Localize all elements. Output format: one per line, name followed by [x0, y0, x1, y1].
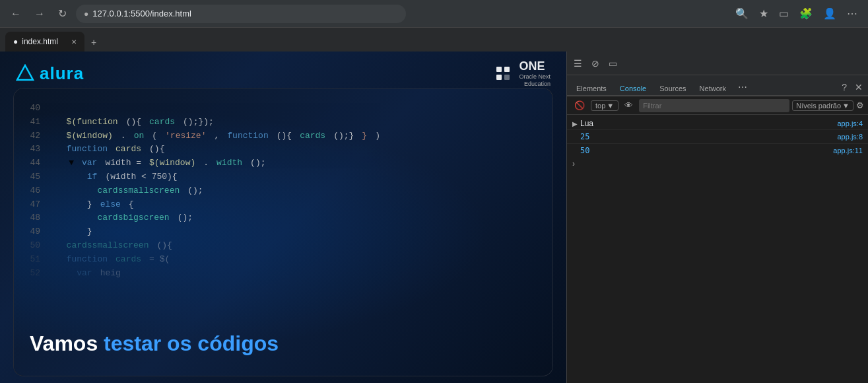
menu-button[interactable]: ⋯ — [843, 5, 861, 22]
search-browser-button[interactable]: 🔍 — [731, 5, 752, 22]
hero-text: Vamos testar os códigos — [30, 331, 279, 356]
console-value-1: 50 — [580, 146, 589, 155]
one-logo: ONE Oracle Next Education — [492, 59, 551, 88]
devtools-device-button[interactable]: ▭ — [605, 55, 621, 71]
svg-rect-1 — [496, 67, 502, 72]
group-expand-arrow[interactable]: ▶ — [572, 120, 578, 127]
tab-group-button[interactable]: ▭ — [775, 5, 793, 22]
hero-text-highlight: testar os códigos — [104, 331, 279, 355]
console-toolbar: 🚫 top ▼ 👁 Níveis padrão ▼ ⚙ — [567, 96, 868, 115]
tab-sources[interactable]: Sources — [653, 82, 692, 96]
extensions-button[interactable]: 🧩 — [795, 5, 817, 22]
console-group-name: Lua — [580, 119, 593, 128]
console-content: ▶ Lua app.js:4 25 app.js:8 50 app.js:11 … — [567, 115, 868, 383]
svg-rect-3 — [496, 75, 502, 80]
svg-rect-4 — [504, 75, 510, 80]
profile-button[interactable]: 👤 — [819, 5, 840, 22]
devtools-help-button[interactable]: ? — [839, 81, 850, 94]
console-levels-button[interactable]: Níveis padrão ▼ — [792, 100, 853, 111]
tab-elements[interactable]: Elements — [570, 82, 613, 96]
console-dropdown-arrow: ▼ — [607, 102, 614, 110]
forward-button[interactable]: → — [30, 5, 49, 22]
hero-text-before: Vamos — [30, 331, 104, 355]
one-sub-text: Oracle Next Education — [519, 73, 551, 88]
one-logo-text: ONE Oracle Next Education — [519, 59, 551, 88]
console-expand-arrow[interactable]: › — [567, 157, 868, 170]
devtools-close-area: ? ✕ — [839, 81, 865, 95]
browser-chrome: ← → ↻ ● 127.0.0.1:5500/index.html 🔍 ★ ▭ … — [0, 0, 868, 28]
tab-label: index.html — [22, 37, 58, 46]
one-logo-icon — [492, 63, 514, 84]
devtools-menu-button[interactable]: ☰ — [570, 55, 586, 71]
svg-rect-2 — [504, 67, 510, 72]
devtools-more-tabs-button[interactable]: ⋯ — [733, 79, 752, 95]
tab-console[interactable]: Console — [613, 82, 653, 96]
main-area: alura ONE Oracle Next Education — [0, 52, 868, 383]
devtools-inspect-button[interactable]: ⊘ — [587, 55, 603, 71]
console-group-file[interactable]: app.js:4 — [837, 120, 863, 127]
console-file-1[interactable]: app.js:11 — [833, 147, 863, 155]
alura-header: alura ONE Oracle Next Education — [0, 52, 566, 96]
url-display: 127.0.0.1:5500/index.html — [92, 9, 191, 18]
svg-marker-0 — [17, 65, 33, 80]
tab-close-button[interactable]: ✕ — [71, 38, 77, 46]
tab-favicon: ● — [13, 37, 18, 46]
bookmark-button[interactable]: ★ — [755, 5, 772, 22]
console-top-label: top — [595, 102, 605, 110]
console-file-0[interactable]: app.js:8 — [837, 133, 863, 141]
active-tab[interactable]: ● index.html ✕ — [5, 32, 84, 52]
devtools-panel: ☰ ⊘ ▭ Elements Console Sources Network ⋯… — [566, 52, 868, 383]
reload-button[interactable]: ↻ — [54, 5, 71, 22]
hero-container: 40 41 $(function(){cards();}); 42 $(wind… — [13, 88, 553, 376]
webpage: alura ONE Oracle Next Education — [0, 52, 566, 383]
alura-logo: alura — [16, 63, 84, 84]
console-group-header: ▶ Lua app.js:4 — [567, 118, 868, 129]
console-value-0: 25 — [580, 132, 589, 141]
address-bar[interactable]: ● 127.0.0.1:5500/index.html — [76, 5, 406, 23]
levels-label: Níveis padrão — [796, 102, 841, 110]
tab-bar: ● index.html ✕ + — [0, 28, 868, 52]
console-entry-0: 25 app.js:8 — [567, 129, 868, 143]
console-settings-button[interactable]: ⚙ — [856, 100, 864, 110]
back-button[interactable]: ← — [7, 5, 25, 22]
console-eye-button[interactable]: 👁 — [621, 99, 636, 112]
lock-icon: ● — [84, 9, 88, 18]
new-tab-button[interactable]: + — [86, 34, 102, 50]
alura-logo-icon — [16, 64, 34, 83]
hero-bg: 40 41 $(function(){cards();}); 42 $(wind… — [14, 88, 552, 376]
devtools-toolbar: ☰ ⊘ ▭ — [567, 52, 868, 75]
tab-network[interactable]: Network — [693, 82, 733, 96]
console-clear-button[interactable]: 🚫 — [571, 99, 588, 112]
alura-logo-text: alura — [40, 63, 84, 84]
one-brand-text: ONE — [519, 59, 545, 73]
console-filter-input[interactable] — [639, 99, 789, 112]
console-top-selector[interactable]: top ▼ — [591, 100, 618, 111]
devtools-close-button[interactable]: ✕ — [852, 81, 865, 94]
console-entry-1: 50 app.js:11 — [567, 143, 868, 157]
levels-arrow: ▼ — [842, 102, 850, 110]
devtools-tabs: Elements Console Sources Network ⋯ ? ✕ — [567, 75, 868, 96]
browser-actions: 🔍 ★ ▭ 🧩 👤 ⋯ — [731, 5, 861, 22]
